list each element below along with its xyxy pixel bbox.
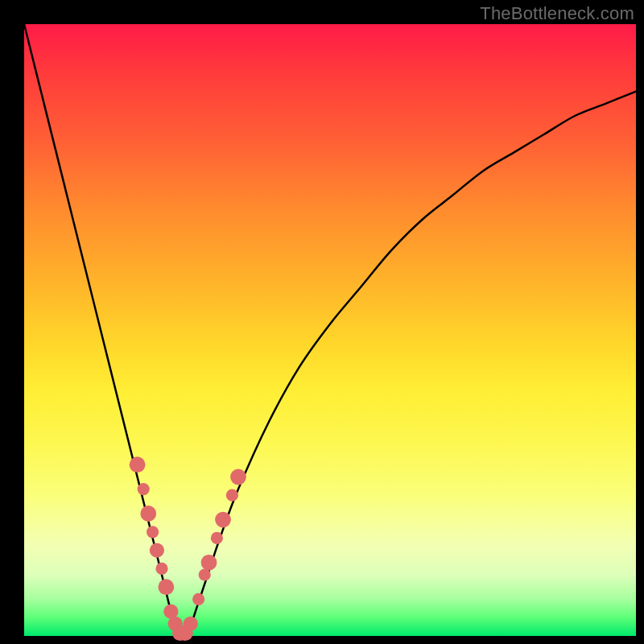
bottleneck-curve [24,24,636,636]
chart-frame: TheBottleneck.com [0,0,644,644]
curve-marker [147,526,159,538]
curve-marker [215,512,231,528]
curve-marker [155,563,167,575]
curve-marker [201,555,217,571]
curve-marker [230,469,246,485]
curve-marker [211,532,223,544]
watermark-text: TheBottleneck.com [480,3,634,24]
curve-markers [130,456,246,641]
curve-marker [192,593,204,605]
curve-svg [24,24,636,636]
curve-marker [199,568,211,580]
curve-marker [150,543,164,557]
curve-marker [158,579,174,595]
curve-marker [138,483,150,495]
curve-marker [140,506,156,522]
curve-marker [184,617,198,631]
plot-area [24,24,636,636]
curve-marker [130,456,146,473]
curve-marker [226,489,238,502]
